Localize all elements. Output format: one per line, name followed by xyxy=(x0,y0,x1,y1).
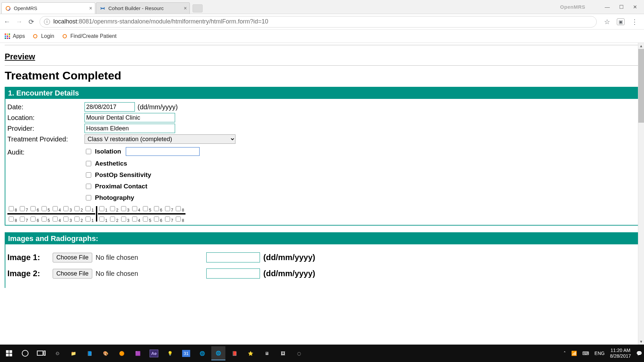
tooth-checkbox[interactable] xyxy=(31,217,36,222)
image-1-date-input[interactable] xyxy=(206,252,260,262)
close-window-icon[interactable]: ✕ xyxy=(633,4,637,10)
scrollbar-thumb[interactable] xyxy=(638,49,644,123)
back-icon[interactable]: ← xyxy=(3,18,11,25)
tooth-checkbox[interactable] xyxy=(86,206,91,211)
app-icon-2[interactable]: 🟪 xyxy=(131,346,145,360)
aesthetics-checkbox[interactable] xyxy=(86,161,91,166)
choose-file-button-1[interactable]: Choose File xyxy=(53,253,92,262)
scroll-down-icon[interactable]: ▼ xyxy=(638,339,644,345)
paint-icon[interactable]: 🎨 xyxy=(99,346,113,360)
photos-icon[interactable]: 🖼 xyxy=(276,346,290,360)
forward-icon[interactable]: → xyxy=(15,18,23,25)
app-icon-1[interactable]: 🟠 xyxy=(115,346,129,360)
tooth-checkbox[interactable] xyxy=(154,206,159,211)
tooth-checkbox[interactable] xyxy=(132,206,137,211)
address-bar[interactable]: i localhost:8081/openmrs-standalone/modu… xyxy=(40,16,597,27)
tooth-checkbox[interactable] xyxy=(20,206,25,211)
star-icon[interactable]: ☆ xyxy=(604,18,610,26)
clock[interactable]: 11:20 AM 8/28/2017 xyxy=(610,348,631,359)
start-button[interactable] xyxy=(2,346,16,360)
chrome-icon[interactable]: 🌐 xyxy=(195,346,209,360)
app-icon-3[interactable]: 💡 xyxy=(163,346,177,360)
tooth-checkbox[interactable] xyxy=(99,206,104,211)
image-2-label: Image 2: xyxy=(7,269,49,278)
calendar-icon[interactable]: 31 xyxy=(179,346,193,360)
photography-checkbox[interactable] xyxy=(86,195,91,200)
date-input[interactable] xyxy=(85,102,135,112)
treatment-select[interactable]: Class V restoration (completed) xyxy=(85,134,235,144)
reload-icon[interactable]: ⟳ xyxy=(28,18,35,26)
tooth-checkbox[interactable] xyxy=(121,217,126,222)
apps-shortcut[interactable]: Apps xyxy=(5,33,25,39)
app-icon-6[interactable]: 🖥 xyxy=(260,346,274,360)
isolation-input[interactable] xyxy=(126,147,200,156)
tooth-checkbox[interactable] xyxy=(121,206,126,211)
tooth-checkbox[interactable] xyxy=(9,206,14,211)
preview-heading[interactable]: Preview xyxy=(5,52,35,61)
tooth-checkbox[interactable] xyxy=(53,217,58,222)
tooth-checkbox[interactable] xyxy=(74,217,79,222)
tooth-checkbox[interactable] xyxy=(42,217,47,222)
after-effects-icon[interactable]: Ae xyxy=(147,346,161,360)
tooth-checkbox[interactable] xyxy=(63,206,68,211)
keyboard-icon[interactable]: ⌨ xyxy=(582,351,589,356)
app-icon-4[interactable]: 📕 xyxy=(227,346,241,360)
tooth-checkbox[interactable] xyxy=(42,206,47,211)
scrollbar[interactable]: ▲ ▼ xyxy=(638,43,644,345)
tooth-checkbox[interactable] xyxy=(99,217,104,222)
tooth-checkbox[interactable] xyxy=(110,206,115,211)
tooth-checkbox[interactable] xyxy=(74,206,79,211)
choose-file-button-2[interactable]: Choose File xyxy=(53,269,92,279)
tooth-checkbox[interactable] xyxy=(132,217,137,222)
maximize-icon[interactable]: ☐ xyxy=(619,4,624,10)
tooth-checkbox[interactable] xyxy=(31,206,36,211)
postop-checkbox[interactable] xyxy=(86,172,91,178)
tooth-checkbox[interactable] xyxy=(53,206,58,211)
tooth-checkbox[interactable] xyxy=(9,217,14,222)
provider-input[interactable] xyxy=(85,124,175,133)
notepad-icon[interactable]: 📘 xyxy=(83,346,97,360)
tooth-checkbox[interactable] xyxy=(63,217,68,222)
tooth-checkbox[interactable] xyxy=(20,217,25,222)
isolation-checkbox[interactable] xyxy=(86,149,91,154)
tab-strip: OpenMRS × Cohort Builder - Resourc × xyxy=(0,0,203,14)
image-2-date-input[interactable] xyxy=(206,268,260,279)
tooth-checkbox[interactable] xyxy=(110,217,115,222)
tab-cohort[interactable]: Cohort Builder - Resourc × xyxy=(96,2,190,14)
location-input[interactable] xyxy=(85,113,175,122)
tooth-checkbox[interactable] xyxy=(165,217,170,222)
app-icon-5[interactable]: ⭐ xyxy=(244,346,258,360)
tooth-checkbox[interactable] xyxy=(176,217,181,222)
tooth-checkbox[interactable] xyxy=(176,206,181,211)
close-icon[interactable]: × xyxy=(184,5,187,11)
new-tab-button[interactable] xyxy=(193,4,203,12)
chrome-active-icon[interactable]: 🌐 xyxy=(211,346,225,360)
close-icon[interactable]: × xyxy=(89,5,92,11)
notifications-icon[interactable]: 💬 xyxy=(636,351,642,356)
content-viewport[interactable]: Preview Treatment Completed 1. Encounter… xyxy=(0,43,644,345)
tooth-checkbox[interactable] xyxy=(143,206,148,211)
tooth-cell: 8 xyxy=(176,206,184,211)
tooth-cell: 1 xyxy=(86,206,94,211)
minimize-icon[interactable]: — xyxy=(605,4,610,10)
bookmark-login[interactable]: Login xyxy=(32,33,54,39)
menu-icon[interactable]: ⋮ xyxy=(631,18,638,26)
cortana-icon[interactable] xyxy=(18,346,32,360)
alarm-icon[interactable]: ⏲ xyxy=(50,346,64,360)
tooth-checkbox[interactable] xyxy=(154,217,159,222)
tooth-checkbox[interactable] xyxy=(86,217,91,222)
task-view-icon[interactable] xyxy=(34,346,48,360)
proximal-checkbox[interactable] xyxy=(86,184,91,189)
wifi-icon[interactable]: 📶 xyxy=(571,351,577,356)
tooth-checkbox[interactable] xyxy=(165,206,170,211)
tab-openmrs[interactable]: OpenMRS × xyxy=(1,2,95,14)
bookmark-find-patient[interactable]: Find/Create Patient xyxy=(62,33,117,39)
tray-chevron-icon[interactable]: ˄ xyxy=(564,351,566,356)
file-explorer-icon[interactable]: 📁 xyxy=(66,346,80,360)
openmrs-app-icon[interactable]: ◌ xyxy=(292,346,306,360)
site-info-icon[interactable]: i xyxy=(44,19,50,25)
scroll-up-icon[interactable]: ▲ xyxy=(638,43,644,49)
language-indicator[interactable]: ENG xyxy=(594,351,604,356)
extension-icon[interactable]: ▣ xyxy=(617,18,625,25)
tooth-checkbox[interactable] xyxy=(143,217,148,222)
